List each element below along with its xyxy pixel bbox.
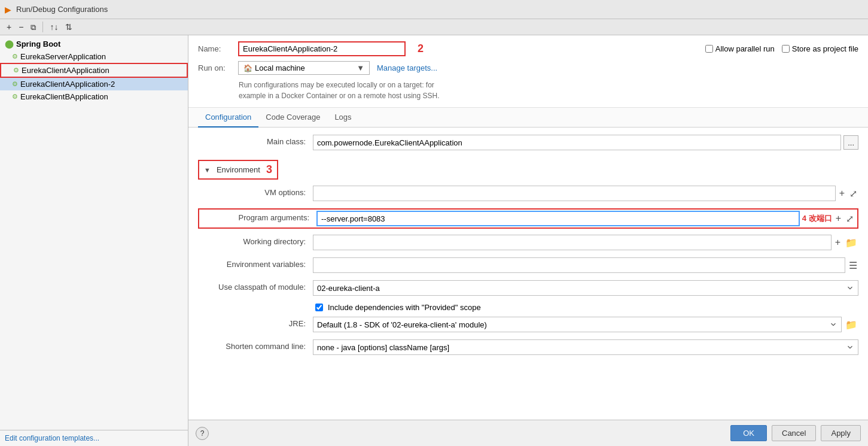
program-args-annotation: 4 改端口 [802, 213, 832, 224]
config-name-input[interactable] [238, 41, 406, 56]
tab-logs[interactable]: Logs [327, 108, 358, 128]
program-args-expand-icon[interactable]: + [835, 212, 842, 225]
jre-folder-icon[interactable]: 📁 [844, 318, 858, 332]
bottom-right: OK Cancel Apply [730, 425, 861, 441]
shorten-cmd-select[interactable]: none - java [options] className [args] [313, 339, 858, 355]
title-bar: ▶ Run/Debug Configurations [0, 0, 868, 19]
form-area: Main class: ... ▼ Environment 3 VM optio… [188, 128, 868, 420]
jre-label: JRE: [198, 317, 306, 328]
main-class-row: Main class: ... [198, 135, 858, 151]
store-project-checkbox-label[interactable]: Store as project file [782, 44, 858, 53]
classpath-control: 02-eureka-client-a [313, 280, 858, 296]
bottom-bar: ? OK Cancel Apply [188, 420, 868, 446]
store-project-label: Store as project file [792, 44, 858, 53]
main-class-input[interactable] [313, 135, 841, 150]
run-on-select[interactable]: 🏠 Local machine ▼ [238, 61, 370, 75]
env-badge: 3 [266, 163, 272, 176]
vm-options-row: VM options: + ⤢ [198, 186, 858, 202]
classpath-label: Use classpath of module: [198, 280, 306, 292]
spring-icon-0: ⚙ [12, 53, 18, 60]
working-dir-row: Working directory: + 📁 [198, 235, 858, 251]
sidebar: ⬤ Spring Boot ⚙ EurekaServerApplication … [0, 35, 188, 446]
right-panel: Name: 2 Allow parallel run Store as proj… [188, 35, 868, 446]
vm-options-control: + ⤢ [313, 186, 858, 201]
sort-config-button[interactable]: ⇅ [62, 21, 75, 33]
name-row: Name: 2 [198, 41, 424, 56]
name-badge: 2 [418, 43, 424, 55]
vm-options-fullscreen-icon[interactable]: ⤢ [848, 187, 858, 201]
run-on-label: Run on: [198, 63, 231, 72]
sidebar-item-label-1: EurekaClientAApplication [22, 66, 109, 75]
add-config-button[interactable]: + [4, 21, 14, 33]
main-class-browse-button[interactable]: ... [843, 135, 858, 150]
cancel-button[interactable]: Cancel [772, 425, 816, 441]
environment-section-header[interactable]: ▼ Environment 3 [198, 160, 278, 180]
config-header: Name: 2 Allow parallel run Store as proj… [188, 35, 868, 108]
vm-options-input[interactable] [313, 186, 836, 201]
run-hint: Run configurations may be executed local… [239, 80, 858, 101]
include-deps-checkbox[interactable] [315, 304, 323, 311]
sidebar-item-eureka-server[interactable]: ⚙ EurekaServerApplication [0, 50, 188, 63]
spring-icon-1: ⚙ [13, 66, 19, 74]
ok-button[interactable]: OK [730, 425, 767, 441]
store-project-checkbox[interactable] [782, 45, 790, 53]
allow-parallel-label: Allow parallel run [715, 44, 775, 53]
move-config-button[interactable]: ↑↓ [47, 21, 61, 33]
env-vars-edit-icon[interactable]: ☰ [848, 259, 858, 272]
jre-row: JRE: Default (1.8 - SDK of '02-eureka-cl… [198, 317, 858, 333]
edit-templates-link[interactable]: Edit configuration templates... [0, 430, 188, 446]
shorten-cmd-label: Shorten command line: [198, 339, 306, 351]
working-dir-add-icon[interactable]: + [834, 236, 842, 249]
env-vars-input[interactable] [313, 257, 845, 273]
program-args-fullscreen-icon[interactable]: ⤢ [845, 212, 855, 226]
sidebar-item-label-2: EurekaClientAApplication-2 [20, 80, 115, 89]
apply-button[interactable]: Apply [821, 425, 861, 441]
env-vars-control: ☰ [313, 257, 858, 273]
tabs-bar: Configuration Code Coverage Logs [188, 108, 868, 128]
sidebar-item-eureka-client-b[interactable]: ⚙ EurekaClientBApplication [0, 90, 188, 103]
tab-code-coverage[interactable]: Code Coverage [258, 108, 327, 128]
working-dir-folder-icon[interactable]: 📁 [844, 236, 858, 250]
run-on-value: Local machine [255, 63, 305, 72]
main-container: ⬤ Spring Boot ⚙ EurekaServerApplication … [0, 35, 868, 446]
sidebar-group-spring-boot[interactable]: ⬤ Spring Boot [0, 38, 188, 50]
spring-group-icon: ⬤ [5, 40, 14, 48]
include-deps-row: Include dependencies with "Provided" sco… [315, 303, 858, 312]
copy-config-button[interactable]: ⧉ [28, 22, 39, 33]
sidebar-item-label-0: EurekaServerApplication [20, 52, 106, 61]
vm-options-label: VM options: [198, 186, 306, 197]
classpath-row: Use classpath of module: 02-eureka-clien… [198, 280, 858, 297]
name-label: Name: [198, 44, 231, 53]
toolbar: + − ⧉ ↑↓ ⇅ [0, 19, 868, 35]
sidebar-item-eureka-client-a2[interactable]: ⚙ EurekaClientAApplication-2 [0, 78, 188, 90]
spring-icon-2: ⚙ [12, 80, 18, 88]
working-dir-label: Working directory: [198, 235, 306, 246]
allow-parallel-checkbox-label[interactable]: Allow parallel run [705, 44, 775, 53]
bottom-left: ? [196, 427, 209, 440]
include-deps-label[interactable]: Include dependencies with "Provided" sco… [328, 303, 481, 312]
manage-targets-link[interactable]: Manage targets... [377, 63, 437, 72]
shorten-cmd-control: none - java [options] className [args] [313, 339, 858, 355]
help-button[interactable]: ? [196, 427, 209, 440]
classpath-select[interactable]: 02-eureka-client-a [313, 280, 858, 296]
sidebar-group-label: Spring Boot [16, 40, 60, 48]
shorten-cmd-row: Shorten command line: none - java [optio… [198, 339, 858, 356]
sidebar-item-eureka-client-a[interactable]: ⚙ EurekaClientAApplication [0, 63, 188, 78]
remove-config-button[interactable]: − [16, 21, 26, 33]
spring-icon-3: ⚙ [12, 93, 18, 101]
main-class-label: Main class: [198, 135, 306, 146]
environment-section-title: Environment [217, 165, 260, 174]
jre-select[interactable]: Default (1.8 - SDK of '02-eureka-client-… [313, 317, 842, 332]
main-class-control: ... [313, 135, 858, 150]
working-dir-input[interactable] [313, 235, 832, 250]
sidebar-content: ⬤ Spring Boot ⚙ EurekaServerApplication … [0, 35, 188, 430]
toolbar-separator [42, 22, 43, 32]
env-collapse-icon: ▼ [204, 166, 211, 174]
env-vars-label: Environment variables: [198, 257, 306, 269]
working-dir-control: + 📁 [313, 235, 858, 250]
vm-options-expand-icon[interactable]: + [838, 187, 846, 200]
tab-configuration[interactable]: Configuration [198, 108, 258, 128]
run-on-row: Run on: 🏠 Local machine ▼ Manage targets… [198, 61, 858, 75]
allow-parallel-checkbox[interactable] [705, 45, 713, 53]
program-args-input[interactable] [316, 211, 800, 226]
